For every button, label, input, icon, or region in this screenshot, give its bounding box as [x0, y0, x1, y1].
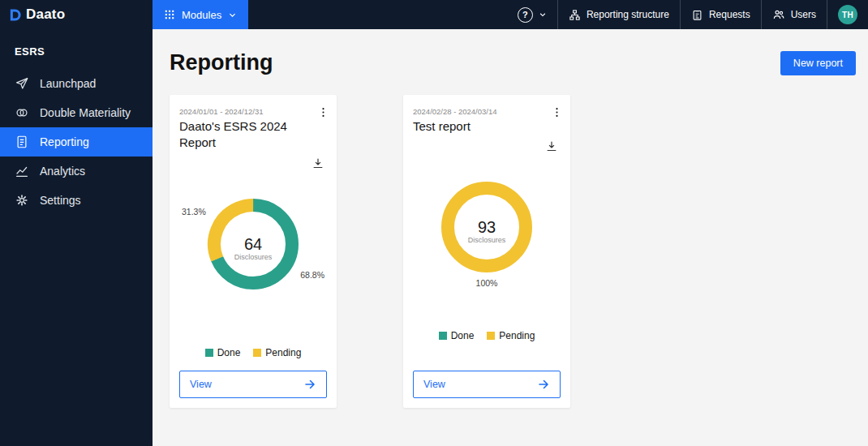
- kebab-menu-icon[interactable]: [548, 103, 565, 121]
- report-title: Test report: [413, 118, 561, 135]
- download-icon[interactable]: [311, 157, 327, 173]
- modules-label: Modules: [182, 9, 221, 21]
- sidebar-item-label: Analytics: [40, 165, 85, 178]
- disclosures-donut-chart: 100%93Disclosures: [413, 161, 561, 294]
- page-header: Reporting New report: [170, 50, 856, 75]
- daato-logo[interactable]: Daato: [0, 0, 153, 29]
- topbar: Daato Modules ? Reporting structure: [0, 0, 868, 29]
- download-icon[interactable]: [544, 139, 561, 156]
- legend-swatch-done: [205, 349, 213, 357]
- sidebar-item-analytics[interactable]: Analytics: [0, 157, 153, 186]
- sidebar-item-reporting[interactable]: Reporting: [0, 127, 153, 157]
- nav-reporting-structure[interactable]: Reporting structure: [558, 0, 680, 29]
- nav-label: Users: [791, 9, 816, 20]
- legend-swatch-pending: [253, 349, 261, 357]
- body-row: ESRS Launchpad Double Materiality Report…: [0, 29, 868, 446]
- legend-item-pending: Pending: [253, 347, 301, 358]
- chart-legend: Done Pending: [179, 347, 327, 358]
- download-row: [413, 139, 561, 156]
- disclosures-donut-chart: 68.8%31.3%64Disclosures: [179, 178, 327, 311]
- arrow-right-icon: [537, 378, 550, 391]
- kebab-menu-icon[interactable]: [314, 103, 332, 121]
- chevron-down-icon: [539, 11, 547, 19]
- nav-users[interactable]: Users: [762, 0, 827, 29]
- nav-label: Requests: [709, 9, 750, 20]
- daato-logo-icon: [8, 8, 22, 22]
- download-row: [179, 157, 327, 173]
- page-title: Reporting: [170, 50, 273, 75]
- avatar-initials: TH: [838, 5, 857, 24]
- chart-legend: Done Pending: [413, 330, 561, 341]
- view-report-button[interactable]: View: [179, 371, 327, 398]
- users-icon: [772, 8, 785, 21]
- donut-center-label: Disclosures: [468, 236, 506, 244]
- view-label: View: [190, 379, 212, 390]
- legend-item-pending: Pending: [487, 330, 535, 341]
- structure-icon: [569, 9, 581, 21]
- donut-percentage-label: 31.3%: [182, 207, 206, 217]
- sidebar-item-label: Double Materiality: [40, 106, 131, 119]
- nav-requests[interactable]: Requests: [681, 0, 761, 29]
- report-cards: 2024/01/01 - 2024/12/31 Daato's ESRS 202…: [170, 95, 856, 408]
- legend-swatch-pending: [487, 332, 495, 340]
- view-label: View: [423, 379, 445, 390]
- sidebar-section-label: ESRS: [0, 45, 153, 69]
- legend-swatch-done: [439, 332, 447, 340]
- overlapping-circles-icon: [15, 105, 29, 120]
- new-report-button[interactable]: New report: [780, 51, 856, 75]
- donut-center-value: 93: [478, 218, 496, 236]
- donut-percentage-label: 68.8%: [300, 269, 324, 279]
- report-card: 2024/02/28 - 2024/03/14 Test report 100%…: [403, 95, 570, 408]
- sidebar-item-label: Settings: [40, 194, 81, 207]
- line-chart-icon: [15, 164, 29, 178]
- sidebar-item-launchpad[interactable]: Launchpad: [0, 69, 153, 98]
- chevron-down-icon: [228, 11, 237, 19]
- user-avatar[interactable]: TH: [827, 0, 868, 29]
- rocket-icon: [15, 76, 29, 91]
- donut-center-label: Disclosures: [234, 253, 273, 261]
- legend-label-pending: Pending: [265, 347, 301, 358]
- legend-item-done: Done: [439, 330, 475, 341]
- view-report-button[interactable]: View: [413, 371, 561, 398]
- help-button[interactable]: ?: [507, 0, 557, 29]
- modules-button[interactable]: Modules: [153, 0, 248, 29]
- sidebar-item-label: Launchpad: [40, 77, 96, 90]
- topbar-spacer: [248, 0, 507, 29]
- sidebar-item-settings[interactable]: Settings: [0, 186, 153, 215]
- sidebar: ESRS Launchpad Double Materiality Report…: [0, 29, 153, 446]
- report-title: Daato's ESRS 2024 Report: [179, 118, 327, 152]
- nav-label: Reporting structure: [587, 9, 669, 20]
- logo-text: Daato: [26, 6, 65, 23]
- legend-item-done: Done: [205, 347, 241, 358]
- arrow-right-icon: [303, 378, 316, 391]
- legend-label-pending: Pending: [499, 330, 535, 341]
- donut-center-value: 64: [244, 235, 262, 253]
- report-date-range: 2024/02/28 - 2024/03/14: [413, 107, 561, 116]
- legend-label-done: Done: [451, 330, 475, 341]
- main-content: Reporting New report 2024/01/01 - 2024/1…: [153, 29, 868, 446]
- legend-label-done: Done: [217, 347, 241, 358]
- help-icon: ?: [518, 7, 533, 23]
- gear-icon: [15, 193, 29, 208]
- sidebar-item-double-materiality[interactable]: Double Materiality: [0, 98, 153, 127]
- report-date-range: 2024/01/01 - 2024/12/31: [179, 107, 327, 116]
- sidebar-item-label: Reporting: [40, 135, 89, 148]
- donut-percentage-label: 100%: [476, 278, 498, 288]
- requests-icon: [691, 9, 703, 21]
- report-card: 2024/01/01 - 2024/12/31 Daato's ESRS 202…: [170, 95, 337, 408]
- topbar-right-group: ? Reporting structure Requests Users: [507, 0, 868, 29]
- document-icon: [15, 135, 29, 149]
- grid-icon: [164, 9, 175, 20]
